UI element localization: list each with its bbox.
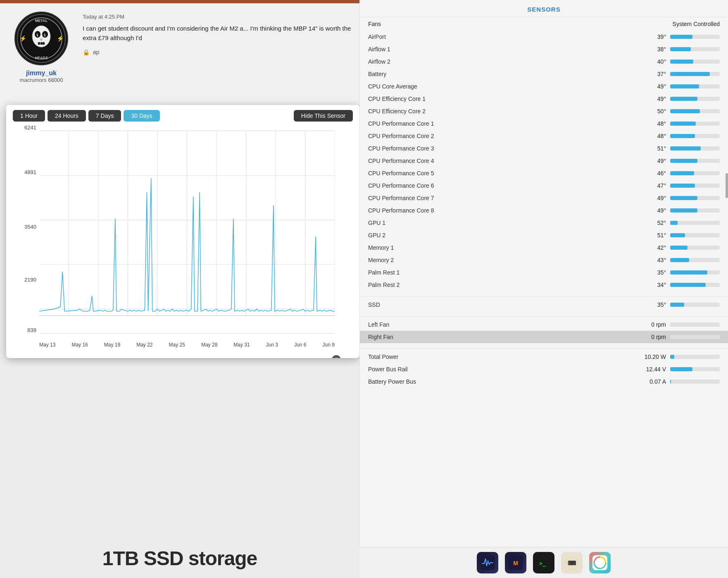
sensor-name-cpu-perf5: CPU Performance Core 5 — [368, 170, 637, 177]
sensor-row-cpu-eff1[interactable]: CPU Efficiency Core 1 49° — [360, 93, 728, 105]
sensor-row-cpu-perf3[interactable]: CPU Performance Core 3 51° — [360, 142, 728, 155]
sensor-bar-gpu1 — [670, 221, 678, 225]
sensor-name-airflow2: Airflow 2 — [368, 58, 637, 65]
dock-icon-stats[interactable]: ⌨ — [561, 552, 583, 573]
btn-30-days[interactable]: 30 Days — [124, 110, 159, 122]
x-label-may19: May 19 — [104, 342, 120, 348]
btn-1-hour[interactable]: 1 Hour — [13, 110, 45, 122]
sensor-bar-container-cpu-perf2 — [670, 134, 720, 138]
sensor-row-cpu-perf4[interactable]: CPU Performance Core 4 49° — [360, 155, 728, 167]
svg-text:METAL: METAL — [35, 19, 48, 23]
user-profile-section: METAL HEADZ ⚡ ⚡ jimmy_uk macrumors 68000 — [8, 12, 74, 83]
svg-text:HEADZ: HEADZ — [35, 56, 48, 60]
sensor-bar-container-palm1 — [670, 270, 720, 275]
sensor-row-ssd[interactable]: SSD 35° — [360, 299, 728, 311]
sensor-bar-container-cpu-perf4 — [670, 159, 720, 163]
sensor-row-memory1[interactable]: Memory 1 42° — [360, 241, 728, 254]
sensor-value-airport: 39° — [637, 33, 666, 40]
x-label-may13: May 13 — [39, 342, 55, 348]
sensor-row-gpu2[interactable]: GPU 2 51° — [360, 229, 728, 241]
sensor-row-cpu-eff2[interactable]: CPU Efficiency Core 2 50° — [360, 105, 728, 117]
chart-grid: 6241 4891 3540 2190 839 — [39, 131, 335, 333]
dock-icon-activity-monitor[interactable] — [477, 552, 498, 573]
sensor-value-cpu-perf1: 48° — [637, 120, 666, 127]
sensor-row-cpu-core-avg[interactable]: CPU Core Average 49° — [360, 80, 728, 93]
sensor-row-cpu-perf6[interactable]: CPU Performance Core 6 47° — [360, 179, 728, 192]
sensor-row-cpu-perf8[interactable]: CPU Performance Core 8 49° — [360, 204, 728, 217]
btn-7-days[interactable]: 7 Days — [88, 110, 121, 122]
sensor-bar-container-cpu-perf8 — [670, 208, 720, 213]
sensor-bar-palm2 — [670, 283, 706, 287]
sensor-value-cpu-perf6: 47° — [637, 182, 666, 189]
sensor-value-right-fan: 0 rpm — [637, 334, 666, 340]
x-label-may22: May 22 — [136, 342, 152, 348]
sensor-name-ssd: SSD — [368, 301, 637, 308]
sensor-row-left-fan[interactable]: Left Fan 0 rpm — [360, 318, 728, 331]
svg-text:⚡: ⚡ — [19, 35, 27, 42]
sensor-bar-container-total-power — [670, 355, 720, 359]
sensor-row-gpu1[interactable]: GPU 1 52° — [360, 217, 728, 229]
sensor-value-cpu-eff1: 49° — [637, 96, 666, 102]
sensor-row-memory2[interactable]: Memory 2 43° — [360, 254, 728, 266]
x-label-may16: May 16 — [71, 342, 88, 348]
sensor-name-cpu-perf1: CPU Performance Core 1 — [368, 120, 637, 127]
sensor-bar-container-cpu-perf7 — [670, 196, 720, 200]
sensor-row-battery-bus[interactable]: Battery Power Bus 0.07 A — [360, 375, 728, 388]
dock-icon-terminal[interactable]: >_ — [533, 552, 554, 573]
sensor-value-left-fan: 0 rpm — [637, 321, 666, 328]
username[interactable]: jimmy_uk — [26, 69, 57, 77]
sensor-name-memory2: Memory 2 — [368, 257, 637, 263]
sensor-bar-container-ssd — [670, 303, 720, 307]
sensor-bar-container-airflow2 — [670, 60, 720, 64]
sensor-name-power-bus: Power Bus Rail — [368, 366, 637, 373]
sensor-row-cpu-perf7[interactable]: CPU Performance Core 7 49° — [360, 192, 728, 204]
svg-rect-7 — [38, 42, 40, 45]
sensor-bar-palm1 — [670, 270, 707, 275]
sensor-row-airflow2[interactable]: Airflow 2 40° — [360, 55, 728, 68]
fans-value: System Controlled — [673, 21, 720, 27]
sensor-row-total-power[interactable]: Total Power 10.20 W — [360, 351, 728, 363]
top-accent-bar — [0, 0, 359, 3]
sensor-name-cpu-perf6: CPU Performance Core 6 — [368, 182, 637, 189]
dock-icon-prism[interactable] — [589, 552, 611, 573]
sensor-value-power-bus: 12.44 V — [637, 366, 666, 373]
sensor-bar-container-airflow1 — [670, 47, 720, 51]
sensor-row-cpu-perf2[interactable]: CPU Performance Core 2 48° — [360, 130, 728, 142]
sensor-name-cpu-eff2: CPU Efficiency Core 2 — [368, 108, 637, 115]
sensor-bar-cpu-perf1 — [670, 122, 696, 126]
sensor-bar-cpu-eff1 — [670, 97, 697, 101]
sensor-bar-container-battery — [670, 72, 720, 76]
scrollbar[interactable] — [726, 173, 728, 198]
sensor-row-airflow1[interactable]: Airflow 1 38° — [360, 43, 728, 55]
sensor-value-palm1: 35° — [637, 269, 666, 276]
sensor-row-airport[interactable]: AirPort 39° — [360, 31, 728, 43]
sensor-bar-container-right-fan — [670, 335, 720, 339]
btn-24-hours[interactable]: 24 Hours — [48, 110, 86, 122]
dock-icon-gpu-monitor[interactable]: M — [505, 552, 526, 573]
lock-icon: 🔒 — [83, 49, 90, 55]
sensor-bar-container-cpu-perf5 — [670, 171, 720, 175]
sensor-bar-cpu-perf5 — [670, 171, 694, 175]
post-text: I can get student discount and I'm consi… — [83, 24, 351, 43]
sensor-name-gpu2: GPU 2 — [368, 232, 637, 239]
hide-sensor-button[interactable]: Hide This Sensor — [294, 110, 353, 122]
sensor-value-gpu2: 51° — [637, 232, 666, 239]
sensor-name-total-power: Total Power — [368, 353, 637, 360]
sensor-row-palm1[interactable]: Palm Rest 1 35° — [360, 266, 728, 279]
sensor-value-cpu-perf8: 49° — [637, 207, 666, 214]
sensor-bar-battery — [670, 72, 710, 76]
sensor-row-right-fan[interactable]: Right Fan 0 rpm — [360, 331, 728, 343]
svg-text:M: M — [513, 560, 518, 566]
sensor-name-airflow1: Airflow 1 — [368, 46, 637, 53]
x-label-jun3: Jun 3 — [266, 342, 278, 348]
sensor-row-power-bus[interactable]: Power Bus Rail 12.44 V — [360, 363, 728, 375]
sensor-row-cpu-perf1[interactable]: CPU Performance Core 1 48° — [360, 117, 728, 130]
sensor-row-battery[interactable]: Battery 37° — [360, 68, 728, 80]
sensor-bar-container-cpu-eff2 — [670, 109, 720, 113]
sensors-content[interactable]: Fans System Controlled AirPort 39° Airfl… — [360, 17, 728, 578]
user-rank: macrumors 68000 — [20, 77, 63, 83]
y-label-top: 6241 — [12, 124, 36, 131]
sensors-title: SENSORS — [360, 0, 728, 17]
sensor-row-cpu-perf5[interactable]: CPU Performance Core 5 46° — [360, 167, 728, 179]
sensor-row-palm2[interactable]: Palm Rest 2 34° — [360, 279, 728, 291]
